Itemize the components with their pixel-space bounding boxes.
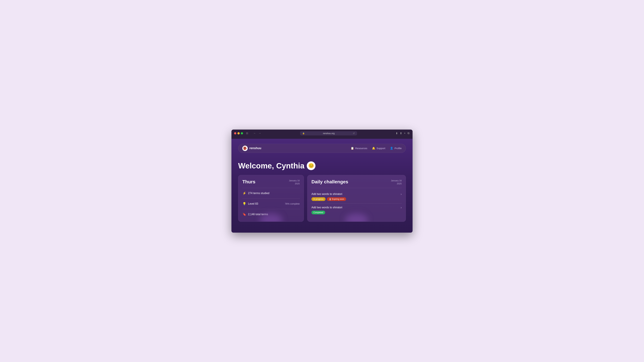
- download-button[interactable]: ⬇: [395, 131, 398, 135]
- challenges-card-title: Daily challenges: [312, 179, 348, 185]
- browser-actions: ⬇ ⬆ + ⧉: [395, 131, 410, 135]
- traffic-lights: [234, 132, 243, 134]
- challenges-divider-top: [312, 188, 402, 188]
- challenge-1-arrow-icon: ›: [401, 192, 402, 196]
- welcome-section: Welcome, Cynthia 😊: [238, 161, 406, 170]
- support-icon: 🔔: [372, 147, 375, 150]
- minimize-button[interactable]: [238, 132, 240, 134]
- challenge-1-badges: In progress 🐰 Expiring soon: [312, 197, 402, 201]
- profile-label: Profile: [394, 147, 402, 150]
- stats-divider-2: [242, 198, 300, 199]
- reload-icon: ↺: [353, 132, 355, 135]
- address-bar[interactable]: 🔒 renshuu.org ↺: [300, 131, 357, 135]
- support-label: Support: [376, 147, 386, 150]
- nav-logo[interactable]: 👺 renshuu: [242, 146, 261, 151]
- challenge-2-badges: Completed: [312, 211, 402, 214]
- navigation-bar: 👺 renshuu 📋 Resources 🔔 Support 👤 Profil…: [238, 144, 406, 153]
- nav-links: 📋 Resources 🔔 Support 👤 Profile: [351, 147, 402, 150]
- nav-link-resources[interactable]: 📋 Resources: [351, 147, 367, 150]
- browser-titlebar: ⊟ ← → 🔒 renshuu.org ↺ ⬇ ⬆ + ⧉: [234, 131, 410, 137]
- user-avatar: 😊: [307, 161, 316, 170]
- challenges-date-line2: 2025: [397, 182, 402, 185]
- cards-container: Thurs January 16 2025 ⚡ 274 terms studie…: [238, 175, 406, 222]
- share-button[interactable]: ⬆: [399, 131, 402, 135]
- logo-icon: 👺: [242, 146, 248, 151]
- stat-terms-studied: ⚡ 274 terms studied: [242, 190, 300, 196]
- total-terms-text: 2,146 total terms: [248, 213, 300, 216]
- card-blob-2: [345, 215, 368, 222]
- challenge-2-title-row: Add two words to shiratori ›: [312, 206, 402, 209]
- tabs-button[interactable]: ⧉: [407, 131, 410, 135]
- stats-date-line1: January 16: [289, 179, 300, 182]
- badge-completed: Completed: [312, 211, 325, 214]
- resources-label: Resources: [355, 147, 367, 150]
- address-bar-container: 🔒 renshuu.org ↺: [264, 131, 393, 135]
- maximize-button[interactable]: [241, 132, 243, 134]
- stats-card: Thurs January 16 2025 ⚡ 274 terms studie…: [238, 175, 304, 222]
- sidebar-toggle-button[interactable]: ⊟: [245, 131, 249, 135]
- stats-card-header: Thurs January 16 2025: [242, 179, 300, 185]
- close-button[interactable]: [234, 132, 236, 134]
- browser-nav-controls: ← →: [252, 131, 262, 135]
- nav-link-profile[interactable]: 👤 Profile: [390, 147, 402, 150]
- challenge-2-title-text: Add two words to shiratori: [312, 206, 401, 209]
- badge-inprogress: In progress: [312, 197, 326, 201]
- stats-card-date: January 16 2025: [289, 179, 300, 185]
- challenges-card: Daily challenges January 16 2025 Add two…: [307, 175, 406, 222]
- browser-tabs: [234, 137, 410, 139]
- lightning-icon: ⚡: [242, 191, 246, 195]
- challenge-1-title-row: Add two words to shiratori ›: [312, 192, 402, 196]
- logo-text: renshuu: [250, 146, 261, 150]
- nav-link-support[interactable]: 🔔 Support: [372, 147, 386, 150]
- avatar-emoji: 😊: [308, 163, 314, 168]
- lock-icon: 🔒: [302, 132, 305, 134]
- welcome-text: Welcome, Cynthia: [238, 161, 304, 170]
- back-button[interactable]: ←: [252, 131, 257, 135]
- page-content: 👺 renshuu 📋 Resources 🔔 Support 👤 Profil…: [232, 139, 412, 233]
- challenge-1-title-text: Add two words to shiratori: [312, 193, 401, 196]
- level-icon: 💡: [242, 202, 246, 206]
- level-text: Level 83: [248, 202, 283, 205]
- challenge-2-arrow-icon: ›: [401, 206, 402, 209]
- browser-window: ⊟ ← → 🔒 renshuu.org ↺ ⬇ ⬆ + ⧉: [232, 130, 412, 233]
- newtab-button[interactable]: +: [404, 131, 406, 135]
- stats-divider-1: [242, 188, 300, 188]
- challenges-card-date: January 16 2025: [391, 179, 402, 185]
- challenge-item-2[interactable]: Add two words to shiratori › Completed: [312, 203, 402, 217]
- welcome-title: Welcome, Cynthia 😊: [238, 161, 406, 170]
- url-text: renshuu.org: [306, 132, 352, 135]
- stat-level: 💡 Level 83 76% complete: [242, 201, 300, 207]
- card-blob-1: [259, 215, 283, 222]
- challenges-date-line1: January 16: [391, 179, 402, 182]
- badge-expiring: 🐰 Expiring soon: [327, 197, 346, 201]
- challenge-item-1[interactable]: Add two words to shiratori › In progress…: [312, 190, 402, 203]
- browser-chrome: ⊟ ← → 🔒 renshuu.org ↺ ⬇ ⬆ + ⧉: [232, 130, 412, 139]
- resources-icon: 📋: [351, 147, 354, 150]
- profile-icon: 👤: [390, 147, 393, 150]
- terms-studied-text: 274 terms studied: [248, 192, 300, 195]
- forward-button[interactable]: →: [258, 131, 262, 135]
- bookmark-icon: 🔖: [242, 213, 246, 216]
- stats-date-line2: 2025: [295, 182, 300, 185]
- challenges-card-header: Daily challenges January 16 2025: [312, 179, 402, 185]
- stat-total-terms: 🔖 2,146 total terms: [242, 211, 300, 218]
- level-progress-text: 76% complete: [285, 202, 300, 205]
- stats-card-title: Thurs: [242, 179, 256, 185]
